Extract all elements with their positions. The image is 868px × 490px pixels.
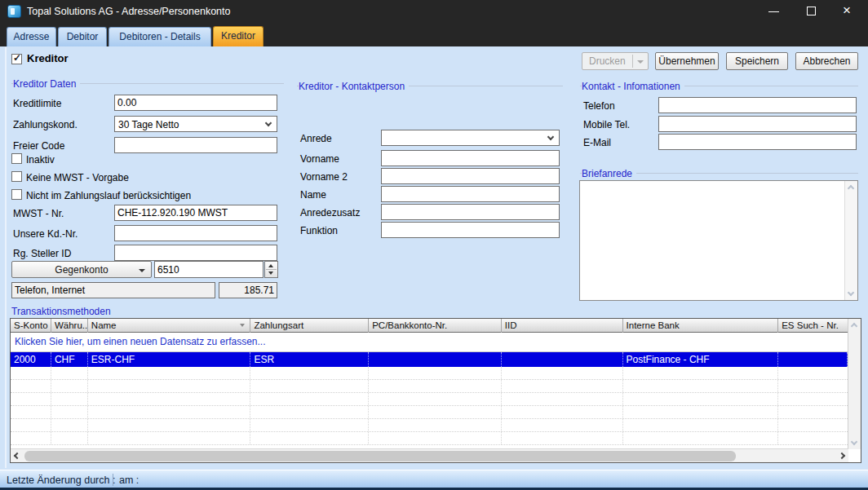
vorname2-field[interactable] [381, 168, 560, 184]
scrollbar-thumb[interactable] [24, 451, 736, 461]
table-row-empty [11, 432, 848, 445]
scroll-right-icon[interactable] [839, 452, 845, 459]
maximize-icon [807, 7, 816, 15]
gegenkonto-field[interactable] [154, 261, 264, 278]
gegenkonto-button[interactable]: Gegenkonto [11, 261, 152, 278]
col-header-iid[interactable]: IID [502, 319, 623, 333]
col-header-es-such-nr[interactable]: ES Such - Nr. [778, 319, 848, 333]
check-icon: ✓ [13, 52, 21, 64]
rg-steller-field[interactable] [114, 245, 277, 261]
vorname2-label: Vorname 2 [300, 171, 348, 183]
table-row-selected[interactable]: 2000 CHF ESR-CHF ESR PostFinance - CHF [11, 352, 848, 367]
kreditlimite-field[interactable] [114, 95, 277, 111]
close-button[interactable]: × [830, 0, 868, 23]
maximize-button[interactable] [793, 0, 830, 23]
anredezusatz-label: Anredezusatz [300, 207, 360, 219]
empty-cell [369, 393, 502, 405]
mobile-field[interactable] [658, 116, 857, 132]
scroll-down-icon[interactable] [851, 439, 857, 445]
drucken-dropdown-icon [637, 60, 644, 64]
empty-cell [502, 406, 623, 418]
empty-cell [11, 406, 51, 418]
anredezusatz-field[interactable] [381, 204, 560, 220]
anrede-select[interactable] [381, 130, 560, 146]
cell-es-such-nr [778, 352, 848, 367]
uebernehmen-button[interactable]: Übernehmen [655, 52, 719, 70]
col-header-waehrung[interactable]: Währu... [51, 319, 88, 333]
freier-code-field[interactable] [114, 137, 277, 153]
empty-cell [502, 419, 623, 431]
tab-debitoren-details[interactable]: Debitoren - Details [108, 27, 211, 46]
empty-cell [88, 367, 251, 379]
briefanrede-scrollbar[interactable] [844, 181, 857, 300]
gegenkonto-name-field: Telefon, Internet [11, 282, 215, 298]
empty-cell [369, 432, 502, 444]
close-icon: × [843, 2, 851, 19]
app-icon[interactable] [7, 5, 21, 18]
tab-adresse[interactable]: Adresse [7, 27, 56, 46]
funktion-label: Funktion [300, 225, 338, 236]
speichern-button[interactable]: Speichern [726, 52, 788, 70]
scroll-up-icon[interactable] [851, 323, 857, 329]
empty-cell [623, 393, 779, 405]
mwst-nr-field[interactable] [114, 205, 277, 221]
funktion-field[interactable] [381, 222, 560, 238]
empty-cell [51, 367, 88, 379]
briefanrede-textarea[interactable] [580, 181, 844, 300]
empty-cell [250, 432, 369, 444]
telefon-field[interactable] [658, 97, 857, 113]
grid-horizontal-scrollbar[interactable] [11, 448, 848, 462]
anrede-label: Anrede [300, 133, 332, 144]
col-header-pc-bankkonto[interactable]: PC/Bankkonto-Nr. [369, 319, 502, 333]
group-title-kontakt-info: Kontakt - Infomationen [582, 81, 684, 92]
name-field[interactable] [381, 186, 560, 202]
empty-cell [369, 367, 502, 379]
zahlungslauf-checkbox[interactable] [11, 189, 22, 200]
scroll-left-icon[interactable] [14, 452, 20, 459]
gegenkonto-spinner[interactable] [264, 261, 278, 278]
drucken-label: Drucken [589, 53, 626, 69]
vorname-field[interactable] [381, 150, 560, 166]
empty-cell [369, 406, 502, 418]
unsere-kd-field[interactable] [114, 225, 277, 241]
window-title: Topal Solutions AG - Adresse/Personenkon… [27, 6, 230, 17]
new-record-row[interactable]: Klicken Sie hier, um einen neuen Datensa… [11, 333, 848, 352]
inaktiv-checkbox[interactable] [11, 153, 22, 164]
zahlungskond-value: 30 Tage Netto [118, 119, 179, 130]
kreditor-checkbox[interactable]: ✓ [11, 54, 22, 64]
group-title-transaktionen: Transaktionsmethoden [11, 306, 115, 317]
keine-mwst-checkbox[interactable] [11, 171, 22, 182]
drucken-button[interactable]: Drucken [582, 52, 649, 70]
spinner-up-icon [268, 264, 273, 267]
empty-cell [11, 380, 51, 392]
scroll-up-icon[interactable] [848, 185, 854, 192]
grid-header: S-Konto Währu... Name Zahlungsart PC/Ban… [11, 319, 848, 333]
zahlungskond-select[interactable]: 30 Tage Netto [114, 116, 277, 132]
tab-debitor[interactable]: Debitor [58, 27, 107, 46]
empty-cell [51, 406, 88, 418]
col-header-zahlungsart[interactable]: Zahlungsart [250, 319, 369, 333]
scroll-down-icon[interactable] [848, 289, 854, 296]
zahlungskond-label: Zahlungskond. [13, 119, 78, 130]
minimize-button[interactable] [755, 0, 793, 23]
tab-kreditor[interactable]: Kreditor [213, 26, 264, 46]
cell-interne-bank: PostFinance - CHF [623, 352, 779, 367]
status-am: am : [119, 475, 139, 486]
col-header-name[interactable]: Name [88, 319, 251, 333]
col-header-s-konto[interactable]: S-Konto [11, 319, 51, 333]
empty-cell [51, 419, 88, 431]
grid-vertical-scrollbar[interactable] [848, 319, 861, 449]
empty-cell [502, 380, 623, 392]
table-row-empty [11, 367, 848, 380]
tab-strip: Adresse Debitor Debitoren - Details Kred… [0, 23, 868, 46]
kreditlimite-label: Kreditlimite [13, 98, 61, 109]
col-header-interne-bank[interactable]: Interne Bank [623, 319, 779, 333]
spinner-divider [266, 269, 277, 270]
status-bar: Letzte Änderung durch : am : [0, 470, 868, 490]
email-field[interactable] [658, 134, 857, 150]
titlebar: Topal Solutions AG - Adresse/Personenkon… [0, 0, 868, 23]
briefanrede-box [579, 180, 858, 301]
cell-s-konto: 2000 [11, 352, 51, 367]
gegenkonto-saldo-field: 185.71 [219, 282, 277, 298]
abbrechen-button[interactable]: Abbrechen [795, 52, 858, 70]
